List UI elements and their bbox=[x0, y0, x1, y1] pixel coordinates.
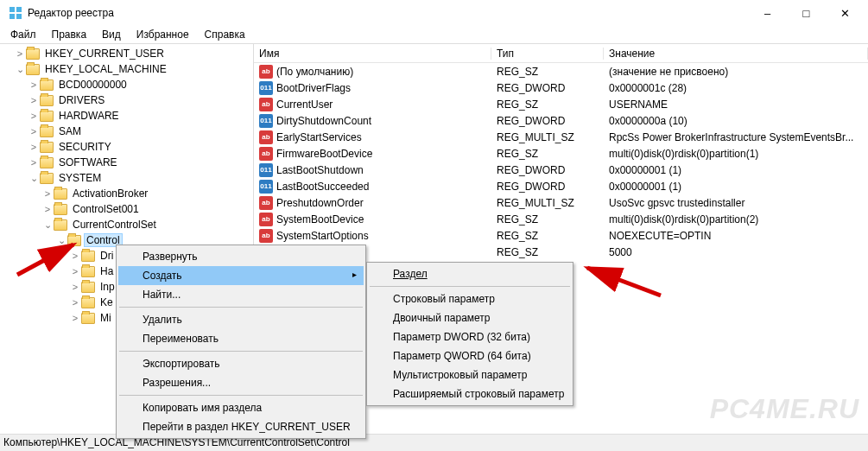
tree-label: Ke bbox=[98, 296, 115, 308]
minimize-button[interactable]: – bbox=[748, 0, 787, 26]
tree-item[interactable]: >HKEY_CURRENT_USER bbox=[0, 46, 253, 61]
list-row[interactable]: abFirmwareBootDeviceREG_SZmulti(0)disk(0… bbox=[254, 145, 868, 162]
tree-item[interactable]: >DRIVERS bbox=[0, 92, 253, 108]
svg-line-4 bbox=[17, 245, 73, 275]
list-row[interactable]: 011LastBootShutdownREG_DWORD0x00000001 (… bbox=[254, 162, 868, 178]
value-name: FirmwareBootDevice bbox=[276, 148, 372, 160]
value-name: CurrentUser bbox=[276, 98, 333, 111]
menu-view[interactable]: Вид bbox=[95, 27, 128, 42]
dword-value-icon: 011 bbox=[259, 114, 273, 128]
expander-icon[interactable]: > bbox=[69, 313, 81, 323]
ctx-export[interactable]: Экспортировать bbox=[118, 354, 364, 373]
list-body: ab(По умолчанию)REG_SZ(значение не присв… bbox=[254, 63, 868, 260]
value-type: REG_DWORD bbox=[491, 115, 604, 127]
dword-value-icon: 011 bbox=[259, 180, 273, 194]
ctx-permissions[interactable]: Разрешения... bbox=[118, 373, 364, 392]
expander-icon[interactable]: ⌄ bbox=[14, 64, 26, 75]
value-type: REG_SZ bbox=[491, 213, 604, 226]
list-row[interactable]: ab(По умолчанию)REG_SZ(значение не присв… bbox=[254, 63, 868, 79]
tree-item[interactable]: ⌄CurrentControlSet bbox=[0, 217, 253, 232]
ctx-new-key[interactable]: Раздел bbox=[369, 264, 571, 283]
expander-icon[interactable]: > bbox=[41, 188, 54, 199]
tree-item[interactable]: >SECURITY bbox=[0, 139, 253, 155]
ctx-new-dword[interactable]: Параметр DWORD (32 бита) bbox=[369, 327, 571, 346]
folder-icon bbox=[81, 266, 95, 277]
ctx-new-qword[interactable]: Параметр QWORD (64 бита) bbox=[369, 346, 571, 365]
value-type: REG_DWORD bbox=[491, 181, 604, 193]
context-menu-create: Раздел Строковый параметр Двоичный парам… bbox=[366, 262, 573, 406]
tree-label: SECURITY bbox=[57, 141, 113, 153]
ctx-create[interactable]: Создать bbox=[118, 266, 364, 285]
list-row[interactable]: abCurrentUserREG_SZUSERNAME bbox=[254, 96, 868, 112]
list-row[interactable]: abSystemStartOptionsREG_SZ NOEXECUTE=OPT… bbox=[254, 227, 868, 244]
ctx-rename[interactable]: Переименовать bbox=[118, 329, 364, 348]
string-value-icon: ab bbox=[259, 98, 273, 111]
menu-help[interactable]: Справка bbox=[198, 27, 252, 42]
tree-item[interactable]: >ActivationBroker bbox=[0, 186, 253, 201]
string-value-icon: ab bbox=[259, 65, 273, 79]
folder-icon bbox=[54, 188, 67, 200]
value-name: SystemStartOptions bbox=[276, 230, 369, 242]
ctx-new-binary[interactable]: Двоичный параметр bbox=[369, 308, 571, 327]
value-name: BootDriverFlags bbox=[276, 82, 351, 94]
list-row[interactable]: abEarlyStartServicesREG_MULTI_SZRpcSs Po… bbox=[254, 129, 868, 145]
close-button[interactable]: ✕ bbox=[826, 0, 865, 26]
tree-label: HKEY_LOCAL_MACHINE bbox=[43, 63, 168, 75]
context-menu-key: Развернуть Создать Найти... Удалить Пере… bbox=[116, 245, 366, 439]
list-row[interactable]: 011DirtyShutdownCountREG_DWORD0x0000000a… bbox=[254, 112, 868, 129]
value-data: 0x0000000a (10) bbox=[604, 115, 868, 127]
ctx-expand[interactable]: Развернуть bbox=[118, 247, 364, 266]
list-row[interactable]: abSystemBootDeviceREG_SZmulti(0)disk(0)r… bbox=[254, 211, 868, 227]
list-row[interactable]: 011BootDriverFlagsREG_DWORD0x0000001c (2… bbox=[254, 79, 868, 96]
tree-label: ControlSet001 bbox=[71, 203, 141, 215]
ctx-goto[interactable]: Перейти в раздел HKEY_CURRENT_USER bbox=[118, 417, 364, 436]
expander-icon[interactable]: > bbox=[28, 79, 40, 90]
tree-item[interactable]: >ControlSet001 bbox=[0, 201, 253, 217]
list-row[interactable]: abPreshutdownOrderREG_MULTI_SZUsoSvc gps… bbox=[254, 194, 868, 211]
tree-item[interactable]: ⌄HKEY_LOCAL_MACHINE bbox=[0, 61, 253, 77]
value-type: REG_SZ bbox=[491, 98, 604, 111]
svg-rect-2 bbox=[10, 14, 15, 19]
col-type[interactable]: Тип bbox=[491, 48, 604, 60]
folder-icon bbox=[40, 173, 54, 184]
value-name: (По умолчанию) bbox=[276, 66, 353, 78]
expander-icon[interactable]: ⌄ bbox=[28, 173, 40, 184]
ctx-new-multistring[interactable]: Мультистроковый параметр bbox=[369, 365, 571, 384]
value-name: EarlyStartServices bbox=[276, 131, 362, 143]
tree-item[interactable]: ⌄SYSTEM bbox=[0, 170, 253, 186]
tree-label: SYSTEM bbox=[57, 172, 103, 184]
list-row[interactable]: 011LastBootSucceededREG_DWORD0x00000001 … bbox=[254, 178, 868, 194]
expander-icon[interactable]: > bbox=[14, 48, 26, 59]
folder-icon bbox=[81, 282, 95, 293]
expander-icon[interactable]: > bbox=[28, 111, 40, 121]
ctx-copy-name[interactable]: Копировать имя раздела bbox=[118, 398, 364, 417]
string-value-icon: ab bbox=[259, 229, 273, 243]
expander-icon[interactable]: > bbox=[41, 204, 54, 214]
maximize-button[interactable]: □ bbox=[787, 0, 826, 26]
expander-icon[interactable]: > bbox=[28, 142, 40, 152]
col-value[interactable]: Значение bbox=[604, 48, 868, 60]
tree-item[interactable]: >SOFTWARE bbox=[0, 155, 253, 170]
folder-icon bbox=[40, 79, 54, 91]
folder-icon bbox=[81, 251, 95, 262]
col-name[interactable]: Имя bbox=[254, 48, 491, 60]
expander-icon[interactable]: ⌄ bbox=[41, 219, 54, 231]
tree-item[interactable]: >HARDWARE bbox=[0, 108, 253, 124]
ctx-new-string[interactable]: Строковый параметр bbox=[369, 289, 571, 308]
value-name: PreshutdownOrder bbox=[276, 197, 364, 209]
expander-icon[interactable]: > bbox=[28, 126, 40, 137]
menu-favorites[interactable]: Избранное bbox=[130, 27, 196, 42]
string-value-icon: ab bbox=[259, 213, 273, 226]
menu-edit[interactable]: Правка bbox=[45, 27, 94, 42]
tree-item[interactable]: >BCD00000000 bbox=[0, 77, 253, 92]
folder-icon bbox=[81, 297, 95, 308]
ctx-new-expandstring[interactable]: Расширяемый строковый параметр bbox=[369, 384, 571, 403]
ctx-delete[interactable]: Удалить bbox=[118, 310, 364, 329]
tree-item[interactable]: >SAM bbox=[0, 124, 253, 139]
expander-icon[interactable]: > bbox=[28, 157, 40, 168]
ctx-separator bbox=[370, 286, 570, 287]
menu-file[interactable]: Файл bbox=[3, 27, 43, 42]
expander-icon[interactable]: > bbox=[28, 95, 40, 105]
ctx-find[interactable]: Найти... bbox=[118, 285, 364, 304]
expander-icon[interactable]: > bbox=[69, 297, 81, 308]
